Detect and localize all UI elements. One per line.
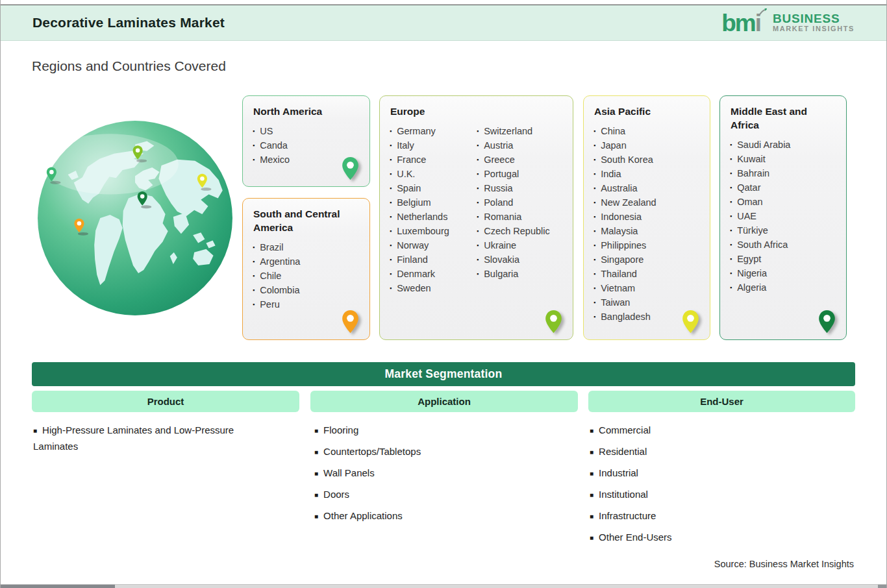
- region-box: Middle East and Africa ▪Saudi Arabia▪Kuw…: [719, 95, 847, 340]
- country-item: ▪Ukraine: [477, 238, 564, 252]
- country-item: ▪Nigeria: [730, 266, 837, 280]
- region-box: Asia Pacific ▪China▪Japan▪South Korea▪In…: [583, 95, 710, 340]
- bullet-icon: ▪: [730, 166, 732, 180]
- segment-chip-product: Product: [32, 391, 299, 412]
- scrollbar-corner: [878, 585, 886, 588]
- bullet-icon: ▪: [390, 224, 392, 238]
- bullet-icon: ▪: [593, 252, 595, 267]
- bullet-icon: ▪: [477, 124, 479, 138]
- segment-chip-application: Application: [310, 391, 578, 412]
- country-item: ▪Sweden: [390, 281, 477, 295]
- bullet-icon: ▪: [390, 124, 392, 138]
- region-box: South and Central America ▪Brazil▪Argent…: [242, 198, 370, 340]
- region-title: North America: [253, 104, 360, 118]
- country-item: ▪South Africa: [730, 238, 837, 252]
- globe-illustration: [36, 119, 234, 317]
- segment-chip-end-user: End-User: [588, 391, 855, 412]
- bullet-icon: ▪: [253, 124, 255, 138]
- country-item: ▪Brazil: [253, 240, 360, 254]
- country-item: ▪Argentina: [253, 254, 360, 269]
- bullet-icon: ▪: [730, 180, 732, 195]
- bullet-icon: ■: [314, 423, 318, 439]
- bullet-icon: ▪: [730, 209, 732, 223]
- country-item: ▪France: [390, 153, 477, 167]
- country-item: ▪Switzerland: [477, 124, 564, 138]
- bullet-icon: ▪: [390, 138, 392, 153]
- bullet-icon: ■: [33, 423, 37, 439]
- bullet-icon: ▪: [390, 181, 392, 195]
- country-item: ▪Vietnam: [593, 281, 701, 295]
- country-list: ▪Saudi Arabia▪Kuwait▪Bahrain▪Qatar▪Oman▪…: [730, 138, 837, 295]
- bullet-icon: ▪: [477, 224, 479, 238]
- bullet-icon: ■: [590, 466, 593, 482]
- bullet-icon: ▪: [477, 210, 479, 224]
- map-pin-icon: [682, 310, 699, 334]
- country-item: ▪Germany: [390, 124, 477, 138]
- country-item: ▪Italy: [390, 138, 477, 153]
- country-item: ▪Luxembourg: [390, 224, 477, 238]
- bullet-icon: ▪: [593, 210, 595, 224]
- country-item: ▪India: [593, 167, 701, 181]
- country-item: ▪Austria: [477, 138, 564, 153]
- country-item: ▪Netherlands: [390, 210, 477, 224]
- bullet-icon: ▪: [253, 297, 255, 312]
- bullet-icon: ▪: [593, 153, 595, 167]
- bullet-icon: ▪: [730, 252, 732, 266]
- logo-line2: MARKET INSIGHTS: [773, 25, 855, 33]
- country-list: ▪Germany▪Italy▪France▪U.K.▪Spain▪Belgium…: [390, 124, 477, 295]
- region-title: Europe: [390, 104, 564, 118]
- bullet-icon: ▪: [730, 138, 732, 152]
- bullet-icon: ▪: [477, 181, 479, 195]
- bullet-icon: ▪: [593, 310, 595, 324]
- bullet-icon: ■: [314, 509, 318, 524]
- bullet-icon: ▪: [593, 195, 595, 210]
- country-item: ▪U.K.: [390, 167, 477, 181]
- bullet-icon: ▪: [593, 295, 595, 310]
- bullet-icon: ■: [590, 423, 593, 439]
- bullet-icon: ▪: [253, 153, 255, 167]
- bullet-icon: ▪: [730, 195, 732, 209]
- bullet-icon: ▪: [477, 195, 479, 210]
- country-item: ▪Türkiye: [730, 223, 837, 238]
- country-item: ▪Thailand: [593, 267, 701, 281]
- region-title: Middle East and Africa: [731, 104, 837, 132]
- bullet-icon: ▪: [390, 238, 392, 252]
- page-title: Decorative Laminates Market: [32, 15, 225, 31]
- country-item: ▪Canda: [253, 138, 360, 153]
- bullet-icon: ▪: [593, 224, 595, 238]
- country-item: ▪New Zealand: [593, 195, 701, 210]
- bullet-icon: ▪: [390, 195, 392, 210]
- country-item: ▪Singapore: [593, 252, 701, 267]
- segment-item: ■Other End-Users: [590, 530, 844, 546]
- bullet-icon: ▪: [253, 240, 255, 254]
- segment-item: ■Commercial: [590, 423, 844, 439]
- bullet-icon: ▪: [253, 269, 255, 283]
- segment-item: ■Flooring: [314, 423, 569, 439]
- horizontal-scrollbar-track[interactable]: [1, 584, 886, 588]
- bullet-icon: ▪: [593, 238, 595, 252]
- section-title: Regions and Countries Covered: [32, 58, 226, 74]
- bullet-icon: ▪: [593, 281, 595, 295]
- source-caption: Source: Business Market Insights: [714, 559, 854, 569]
- country-item: ▪South Korea: [593, 153, 701, 167]
- country-item: ▪Taiwan: [593, 295, 701, 310]
- country-item: ▪Kuwait: [730, 152, 837, 166]
- country-list: ▪Switzerland▪Austria▪Greece▪Portugal▪Rus…: [477, 124, 564, 295]
- country-item: ▪Slovakia: [477, 252, 564, 267]
- country-item: ▪Bahrain: [730, 166, 837, 180]
- bmi-logo-icon: bmi: [721, 11, 766, 35]
- region-country-columns: ▪Brazil▪Argentina▪Chile▪Colombia▪Peru: [253, 240, 360, 312]
- country-item: ▪Russia: [477, 181, 564, 195]
- region-title: South and Central America: [253, 207, 360, 234]
- country-item: ▪Colombia: [253, 283, 360, 297]
- bullet-icon: ▪: [477, 267, 479, 281]
- horizontal-scrollbar-thumb[interactable]: [1, 585, 115, 588]
- bullet-icon: ▪: [253, 283, 255, 297]
- bullet-icon: ▪: [593, 138, 595, 153]
- bullet-icon: ▪: [390, 153, 392, 167]
- region-country-columns: ▪Saudi Arabia▪Kuwait▪Bahrain▪Qatar▪Oman▪…: [730, 138, 837, 295]
- bullet-icon: ▪: [390, 267, 392, 281]
- country-item: ▪Algeria: [730, 280, 837, 295]
- bullet-icon: ■: [314, 487, 318, 503]
- bullet-icon: ▪: [477, 153, 479, 167]
